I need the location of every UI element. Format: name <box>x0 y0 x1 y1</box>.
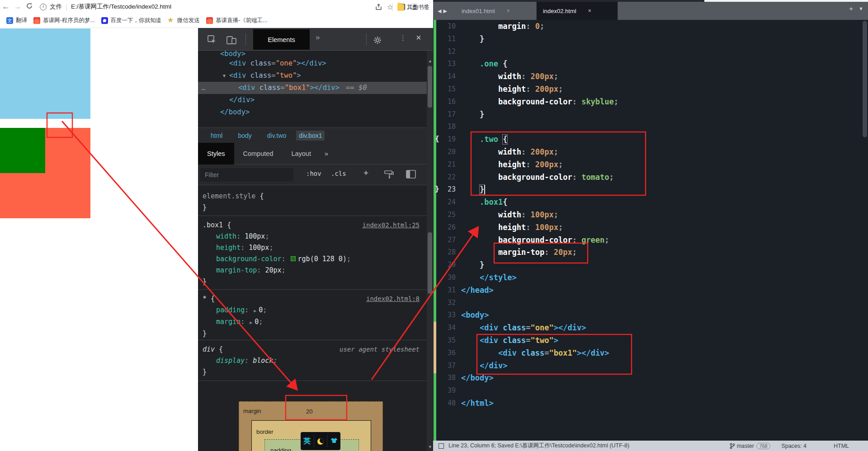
code-line[interactable]: </style> <box>461 272 517 284</box>
address-bar[interactable]: i 文件 | E:/慕课网工作/Testcode/index02.html <box>40 3 171 11</box>
dom-row[interactable]: </div> <box>198 94 427 106</box>
breadcrumb-div-two[interactable]: div.two <box>264 131 289 141</box>
ime-skin-icon[interactable] <box>327 435 340 447</box>
line-number[interactable]: 29 <box>433 261 456 269</box>
tab-close-icon[interactable]: × <box>588 8 591 14</box>
code-line[interactable]: } <box>461 108 484 121</box>
line-number[interactable]: 14 <box>433 72 456 80</box>
paint-roller-icon[interactable] <box>384 170 394 179</box>
styles-scrollbar-thumb[interactable] <box>428 232 432 294</box>
tab-close-icon[interactable]: × <box>507 8 510 14</box>
toggle-cls-button[interactable]: .cls <box>331 170 346 177</box>
line-number[interactable]: 33 <box>433 311 456 319</box>
code-line[interactable]: } <box>461 259 484 272</box>
tabs-scroll-left-icon[interactable]: ◀ <box>438 8 441 14</box>
dom-row[interactable]: ▼<div class="two"> <box>198 70 427 82</box>
code-line[interactable]: width: 200px; <box>461 70 558 83</box>
rule-selector[interactable]: div <box>203 345 215 353</box>
computed-sidebar-icon[interactable] <box>406 170 416 179</box>
line-number[interactable]: 30 <box>433 273 456 282</box>
inspect-element-icon[interactable] <box>207 35 217 45</box>
code-line[interactable]: height: 200px; <box>461 159 563 171</box>
rule-declaration[interactable]: background-color: rgb(0 128 0); <box>203 254 427 265</box>
code-line[interactable]: background-color: green; <box>461 234 609 247</box>
rule-declaration[interactable]: padding: ▶0; <box>203 305 427 316</box>
line-number[interactable]: 37 <box>433 362 456 370</box>
scroll-up-icon[interactable]: ▲ <box>428 59 432 63</box>
code-line[interactable]: <div class="two"> <box>461 334 558 347</box>
tabs-scroll-right-icon[interactable]: ▶ <box>443 8 447 14</box>
more-panels-chevron-icon[interactable]: » <box>316 33 320 42</box>
other-bookmarks[interactable]: 其他书签 <box>392 0 429 14</box>
line-number[interactable]: 18 <box>433 122 456 131</box>
color-swatch[interactable] <box>291 256 296 261</box>
code-editor[interactable]: 10 margin: 0;11 }1213 .one {14 width: 20… <box>433 20 868 441</box>
code-line[interactable]: <div class="box1"></div> <box>461 347 609 360</box>
code-line[interactable]: </div> <box>461 360 507 372</box>
expand-arrow-icon[interactable]: ▼ <box>223 70 226 82</box>
code-line[interactable]: .two { <box>461 133 507 146</box>
rule-declaration[interactable]: height: 100px; <box>203 242 427 254</box>
tab-styles[interactable]: Styles <box>198 143 234 164</box>
line-number[interactable]: 31 <box>433 286 456 294</box>
expand-shorthand-icon[interactable]: ▶ <box>250 320 252 325</box>
code-line[interactable]: </html> <box>461 397 494 410</box>
rule-declaration[interactable]: width: 100px; <box>203 231 427 242</box>
share-icon[interactable] <box>375 3 382 11</box>
code-line[interactable]: background-color: skyblue; <box>461 96 618 108</box>
line-number[interactable]: 35 <box>433 336 456 344</box>
expand-shorthand-icon[interactable]: ▶ <box>254 308 256 313</box>
code-line[interactable]: .one { <box>461 58 507 70</box>
line-number[interactable]: 34 <box>433 324 456 332</box>
rule-declaration[interactable]: margin-top: 20px; <box>203 265 427 276</box>
tab-computed[interactable]: Computed <box>234 143 283 164</box>
bookmark-item[interactable]: 百度一下，你就知道 <box>101 17 162 24</box>
code-line[interactable]: </body> <box>461 372 494 385</box>
scroll-down-icon[interactable]: ▼ <box>428 445 432 449</box>
ime-language-toggle[interactable]: 英 <box>301 435 314 447</box>
style-rule[interactable]: div {user agent stylesheetdisplay: block… <box>198 340 427 378</box>
line-number[interactable]: 38 <box>433 374 456 382</box>
filter-input[interactable]: Filter <box>200 168 293 182</box>
line-number[interactable]: 10 <box>433 22 456 30</box>
code-line[interactable]: width: 100px; <box>461 209 558 221</box>
toggle-hov-button[interactable]: :hov <box>306 170 321 177</box>
rule-selector[interactable]: element.style <box>203 192 255 200</box>
line-number[interactable]: 21 <box>433 160 456 169</box>
editor-tab-index01.html[interactable]: index01.html× <box>455 2 537 20</box>
code-line[interactable]: </head> <box>461 284 494 297</box>
code-line[interactable]: <body> <box>461 309 489 322</box>
line-number[interactable]: 17 <box>433 110 456 118</box>
rule-selector[interactable]: * <box>203 295 207 303</box>
line-number[interactable]: 24 <box>433 198 456 206</box>
code-line[interactable]: margin: 0; <box>461 20 544 33</box>
code-line[interactable]: } <box>461 33 484 46</box>
ime-moon-icon[interactable] <box>314 435 328 447</box>
new-file-plus-icon[interactable]: + <box>849 5 853 12</box>
code-line[interactable]: <div class="one"></div> <box>461 322 586 334</box>
forward-button[interactable]: → <box>12 2 24 11</box>
code-line[interactable]: width: 200px; <box>461 146 558 159</box>
line-number[interactable]: 20 <box>433 148 456 156</box>
breadcrumb-div-box1[interactable]: div.box1 <box>296 131 325 141</box>
code-line[interactable]: margin-top: 20px; <box>461 246 577 259</box>
line-number[interactable]: 11 <box>433 35 456 43</box>
ime-toolbar[interactable]: 英 <box>301 432 340 450</box>
style-rule[interactable]: element.style {} <box>198 187 427 213</box>
rule-source-ua[interactable]: user agent stylesheet <box>340 344 420 355</box>
line-number[interactable]: 12 <box>433 47 456 56</box>
status-position-text[interactable]: Line 23, Column 6; Saved E:\慕课网工作\Testco… <box>448 442 629 450</box>
line-number[interactable]: 22 <box>433 173 456 181</box>
device-toolbar-icon[interactable] <box>226 34 237 45</box>
tab-elements[interactable]: Elements <box>253 29 310 50</box>
bookmark-item[interactable]: 文翻译 <box>6 17 27 24</box>
code-line[interactable]: background-color: tomato; <box>461 171 614 184</box>
code-line[interactable]: height: 100px; <box>461 221 563 234</box>
line-number[interactable]: 40 <box>433 399 456 407</box>
line-number[interactable]: 25 <box>433 211 456 219</box>
back-button[interactable]: ← <box>0 2 12 11</box>
devtools-close-icon[interactable]: × <box>416 33 421 43</box>
dom-row[interactable]: </body> <box>198 106 427 118</box>
margin-top-value[interactable]: 20 <box>306 408 312 415</box>
settings-gear-icon[interactable] <box>373 36 382 44</box>
